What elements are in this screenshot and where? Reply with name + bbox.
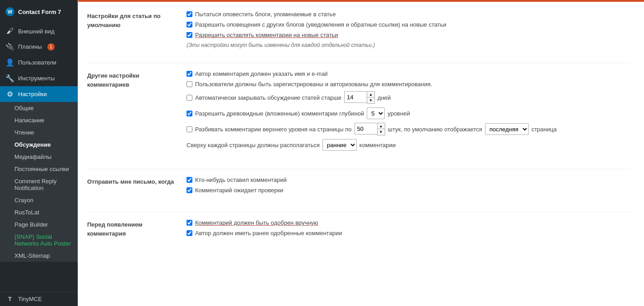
divider-1: [87, 63, 630, 63]
text-author-name-email: Автор комментария должен указать имя и e…: [195, 70, 327, 77]
row-top-sort: Сверху каждой страницы должны располагат…: [187, 139, 630, 151]
label-notify-blogs[interactable]: Пытаться оповестить блоги, упоминаемые в…: [187, 11, 336, 18]
sidebar-item-tinymce-label: TinyMCE: [18, 296, 42, 302]
row-anyone-commented: Кто-нибудь оставил комментарий: [187, 176, 630, 183]
checkbox-allow-notifications[interactable]: [187, 22, 192, 28]
section-other-comments: Другие настройки комментариев Автор комм…: [87, 70, 630, 162]
section-default-article: Настройки для статьи по умолчанию Пытать…: [87, 11, 630, 56]
plugins-icon: 🔌: [5, 42, 14, 51]
checkbox-awaiting-moderation[interactable]: [187, 187, 192, 193]
row-must-approve: Комментарий должен быть одобрен вручную: [187, 219, 630, 226]
checkbox-registered-only[interactable]: [187, 81, 192, 87]
sidebar-item-users-label: Пользователи: [18, 59, 56, 66]
label-allow-comments[interactable]: Разрешить оставлять комментарии на новые…: [187, 32, 338, 38]
label-allow-notifications[interactable]: Разрешить оповещения с других блогов (ув…: [187, 21, 446, 28]
submenu-item-page-builder[interactable]: Page Builder: [0, 218, 78, 231]
text-threaded-after: уровней: [387, 110, 410, 117]
text-awaiting-moderation: Комментарий ожидает проверки: [195, 187, 283, 194]
row-awaiting-moderation: Комментарий ожидает проверки: [187, 187, 630, 194]
break-pages-up[interactable]: ▲: [378, 123, 385, 129]
auto-close-input[interactable]: [344, 91, 367, 103]
section-before-comment-controls: Комментарий должен быть одобрен вручную …: [187, 219, 630, 240]
checkbox-auto-close[interactable]: [187, 95, 192, 101]
submenu-item-xml-sitemap[interactable]: XML-Sitemap: [0, 250, 78, 262]
row-allow-comments: Разрешить оставлять комментарии на новые…: [187, 32, 630, 38]
sidebar-logo-title: Contact Form 7: [18, 9, 61, 15]
wp-icon: W: [5, 7, 14, 16]
section-email-me: Отправить мне письмо, когда Кто-нибудь о…: [87, 176, 630, 204]
users-icon: 👤: [5, 58, 14, 67]
checkbox-notify-blogs[interactable]: [187, 11, 192, 17]
checkbox-must-approve[interactable]: [187, 220, 192, 226]
sidebar-item-plugins[interactable]: 🔌 Плагины 1: [0, 39, 78, 55]
row-author-name-email: Автор комментария должен указать имя и e…: [187, 70, 630, 77]
section-before-comment: Перед появлением комментария Комментарий…: [87, 219, 630, 247]
submenu-item-writing[interactable]: Написание: [0, 114, 78, 126]
auto-close-spinner[interactable]: ▲ ▼: [367, 91, 375, 104]
top-sort-select[interactable]: ранние: [322, 139, 357, 151]
tools-icon: 🔧: [5, 74, 14, 83]
settings-icon: ⚙: [5, 90, 14, 98]
section-default-article-label: Настройки для статьи по умолчанию: [87, 11, 187, 48]
label-break-pages[interactable]: Разбивать комментарии верхнего уровня на…: [187, 126, 352, 133]
row-auto-close: Автоматически закрывать обсуждение стате…: [187, 91, 630, 104]
submenu-item-discussion[interactable]: Обсуждение: [0, 139, 78, 151]
checkbox-break-pages[interactable]: [187, 126, 192, 132]
checkbox-previously-approved[interactable]: [187, 230, 192, 236]
plugins-badge: 1: [47, 43, 55, 51]
section-before-comment-label: Перед появлением комментария: [87, 219, 187, 240]
section-email-me-controls: Кто-нибудь оставил комментарий Комментар…: [187, 176, 630, 197]
sidebar-logo[interactable]: W Contact Form 7: [0, 4, 78, 20]
checkbox-threaded[interactable]: [187, 111, 192, 116]
row-previously-approved: Автор должен иметь ранее одобренные комм…: [187, 230, 630, 236]
row-allow-notifications: Разрешить оповещения с других блогов (ув…: [187, 21, 630, 28]
label-anyone-commented[interactable]: Кто-нибудь оставил комментарий: [187, 176, 287, 183]
submenu-item-comment-reply[interactable]: Comment Reply Notification: [0, 175, 78, 194]
label-awaiting-moderation[interactable]: Комментарий ожидает проверки: [187, 187, 283, 194]
submenu-item-rustolat[interactable]: RusToLat: [0, 206, 78, 218]
label-registered-only[interactable]: Пользователи должны быть зарегистрирован…: [187, 81, 432, 88]
text-must-approve: Комментарий должен быть одобрен вручную: [195, 219, 318, 226]
label-author-name-email[interactable]: Автор комментария должен указать имя и e…: [187, 70, 327, 77]
submenu-item-reading[interactable]: Чтение: [0, 126, 78, 139]
text-allow-notifications: Разрешить оповещения с других блогов (ув…: [195, 21, 446, 28]
label-must-approve[interactable]: Комментарий должен быть одобрен вручную: [187, 219, 318, 226]
break-pages-input[interactable]: [355, 123, 377, 134]
submenu-item-snap[interactable]: {SNAP} Social Networks Auto Poster: [0, 231, 78, 250]
submenu-item-crayon[interactable]: Crayon: [0, 194, 78, 206]
text-auto-close-before: Автоматически закрывать обсуждение стате…: [195, 94, 341, 101]
row-break-pages: Разбивать комментарии верхнего уровня на…: [187, 123, 630, 135]
sidebar-main-menu: 🖌 Внешний вид 🔌 Плагины 1 👤 Пользователи…: [0, 23, 78, 102]
label-previously-approved[interactable]: Автор должен иметь ранее одобренные комм…: [187, 230, 342, 236]
break-pages-down[interactable]: ▼: [378, 129, 385, 135]
checkbox-author-name-email[interactable]: [187, 71, 192, 77]
checkbox-allow-comments[interactable]: [187, 32, 192, 38]
sidebar-item-appearance[interactable]: 🖌 Внешний вид: [0, 23, 78, 39]
break-pages-spinner[interactable]: ▲ ▼: [377, 123, 385, 135]
main-content: Настройки для статьи по умолчанию Пытать…: [78, 0, 644, 306]
threaded-depth-select[interactable]: 5: [367, 107, 385, 119]
sidebar-item-settings[interactable]: ⚙ Настройки: [0, 86, 78, 102]
section-default-article-controls: Пытаться оповестить блоги, упоминаемые в…: [187, 11, 630, 48]
tinymce-icon: T: [5, 296, 14, 302]
text-previously-approved: Автор должен иметь ранее одобренные комм…: [195, 230, 342, 236]
break-pages-select[interactable]: последняя: [485, 123, 529, 135]
break-pages-number[interactable]: ▲ ▼: [355, 123, 385, 135]
sidebar-item-users[interactable]: 👤 Пользователи: [0, 55, 78, 70]
sidebar-item-tools[interactable]: 🔧 Инструменты: [0, 70, 78, 86]
checkbox-anyone-commented[interactable]: [187, 177, 192, 183]
auto-close-number[interactable]: ▲ ▼: [344, 91, 375, 104]
section-email-me-label: Отправить мне письмо, когда: [87, 176, 187, 197]
submenu-item-permalinks[interactable]: Постоянные ссылки: [0, 163, 78, 175]
auto-close-down[interactable]: ▼: [367, 97, 374, 103]
text-notify-blogs: Пытаться оповестить блоги, упоминаемые в…: [195, 11, 336, 18]
auto-close-up[interactable]: ▲: [367, 92, 374, 97]
section-other-comments-label: Другие настройки комментариев: [87, 70, 187, 154]
submenu-item-media[interactable]: Медиафайлы: [0, 151, 78, 163]
label-threaded[interactable]: Разрешить древовидные (вложенные) коммен…: [187, 110, 364, 117]
default-article-note: (Эти настройки могут быть изменены для к…: [187, 42, 630, 48]
label-auto-close[interactable]: Автоматически закрывать обсуждение стате…: [187, 94, 341, 101]
sidebar-item-plugins-label: Плагины: [18, 43, 42, 50]
submenu-item-general[interactable]: Общие: [0, 102, 78, 114]
sidebar-item-tinymce[interactable]: T TinyMCE: [0, 292, 78, 306]
